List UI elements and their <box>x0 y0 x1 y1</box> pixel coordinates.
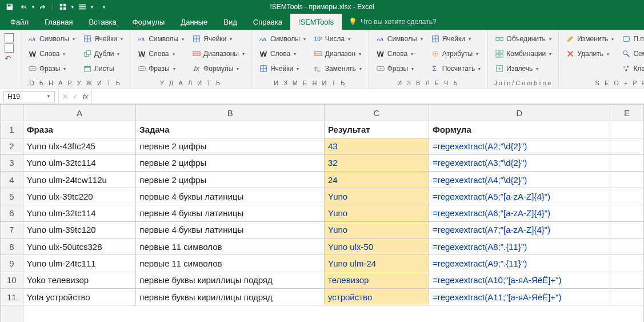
chevron-down-icon[interactable]: ▾ <box>478 66 481 71</box>
chevron-down-icon[interactable]: ▾ <box>242 51 245 57</box>
cell[interactable]: Фраза <box>23 121 136 138</box>
ribbon-button[interactable]: Диапазоны▾ <box>190 47 247 61</box>
ribbon-button[interactable]: abacЗаменить▾ <box>311 62 364 75</box>
chevron-down-icon[interactable]: ▾ <box>121 37 123 42</box>
cell[interactable] <box>610 205 643 221</box>
undo-icon[interactable]: ↶ <box>5 54 14 63</box>
ribbon-button[interactable]: Листы <box>81 62 125 75</box>
cell[interactable]: =regexextract(A9;".{11}") <box>429 255 610 272</box>
redo-icon[interactable] <box>38 2 48 12</box>
cell[interactable]: Результат <box>324 121 429 138</box>
ribbon-button[interactable]: Ячейки▾ <box>190 32 247 46</box>
cell[interactable] <box>610 188 643 205</box>
ribbon-button[interactable]: WСлова▾ <box>26 47 77 61</box>
cell[interactable]: Yuno ulx-50utcs328 <box>23 238 136 255</box>
ribbon-button[interactable]: П.подсказки▾ <box>619 32 644 46</box>
tab-данные[interactable]: Данные <box>173 14 215 30</box>
cell[interactable]: =regexextract(A2;"\d{2}") <box>429 138 610 154</box>
ribbon-button[interactable]: WСлова▾ <box>135 47 186 61</box>
cell[interactable]: первые буквы кириллицы подряд <box>136 272 325 288</box>
ribbon-button[interactable]: Фразы▾ <box>135 62 186 75</box>
row-header[interactable]: 11 <box>1 288 23 305</box>
ribbon-button[interactable]: Объединить▾ <box>493 32 554 46</box>
cell[interactable]: первые 11 символов <box>136 238 325 255</box>
ribbon-button[interactable]: Ячейки▾ <box>257 62 308 75</box>
select-all-corner[interactable] <box>1 105 23 121</box>
chevron-down-icon[interactable]: ▾ <box>73 37 75 42</box>
chevron-down-icon[interactable]: ▾ <box>182 37 184 42</box>
ribbon-button[interactable]: ΣПосчитать▾ <box>429 62 483 75</box>
tab-файл[interactable]: Файл <box>2 14 37 30</box>
accept-icon[interactable]: ✓ <box>73 93 78 101</box>
chevron-down-icon[interactable]: ▾ <box>411 51 413 57</box>
row-header[interactable]: 7 <box>1 221 23 238</box>
chevron-down-icon[interactable]: ▾ <box>359 51 361 57</box>
cell[interactable]: Yuno ulm-39tc120 <box>23 221 136 238</box>
chevron-down-icon[interactable]: ▾ <box>411 66 414 71</box>
ribbon-button[interactable]: WСлова▾ <box>257 47 308 61</box>
ribbon-button[interactable]: Комбинации▾ <box>493 47 554 61</box>
chevron-down-icon[interactable]: ▾ <box>63 66 66 71</box>
cell[interactable]: первые 4 буквы латиницы <box>136 188 325 205</box>
cell[interactable]: =regexextract(A8;".{11}") <box>429 238 610 255</box>
cell[interactable]: Yuno ulx-43ftc245 <box>23 138 136 154</box>
qat-btn-1[interactable] <box>58 2 68 12</box>
row-header[interactable]: 2 <box>1 138 23 154</box>
row-header[interactable]: 9 <box>1 255 23 272</box>
undo-icon[interactable] <box>18 2 29 12</box>
cell[interactable] <box>610 172 643 188</box>
checkbox-icon[interactable] <box>5 43 14 53</box>
chevron-down-icon[interactable]: ▾ <box>230 37 232 42</box>
cell[interactable] <box>610 238 643 255</box>
ribbon-button[interactable]: Извлечь▾ <box>493 62 554 75</box>
cell[interactable]: =regexextract(A11;"[а-яА-ЯёЁ]+") <box>429 288 610 305</box>
ribbon-button[interactable]: 10²Числа▾ <box>311 32 364 46</box>
chevron-down-icon[interactable]: ▾ <box>549 37 551 42</box>
cell[interactable]: первые 11 символов <box>136 255 325 272</box>
tab-вид[interactable]: Вид <box>215 14 245 30</box>
ribbon-button[interactable]: AaСимволы▾ <box>257 32 308 46</box>
cell[interactable] <box>610 255 643 272</box>
cell[interactable]: Задача <box>136 121 325 138</box>
cell[interactable]: Yuno <box>324 205 429 221</box>
cell[interactable]: =regexextract(A7;"[a-zA-Z]{4}") <box>429 221 610 238</box>
cell[interactable]: первые 4 буквы латиницы <box>136 205 325 221</box>
row-header[interactable]: 5 <box>1 188 23 205</box>
tab-справка[interactable]: Справка <box>245 14 290 30</box>
cell[interactable] <box>610 138 643 154</box>
chevron-down-icon[interactable]: ▾ <box>536 66 538 71</box>
cell[interactable]: Yota устройство <box>23 288 136 305</box>
cell[interactable] <box>610 221 643 238</box>
cell[interactable]: Yuno ulm-32tc114 <box>23 205 136 221</box>
ribbon-button[interactable]: Ячейки▾ <box>81 32 125 46</box>
cell[interactable]: Yuno <box>324 221 429 238</box>
cell[interactable]: телевизор <box>324 272 429 288</box>
chevron-down-icon[interactable]: ▾ <box>607 51 609 57</box>
col-header[interactable]: E <box>610 105 643 121</box>
tab-главная[interactable]: Главная <box>37 14 81 30</box>
tab-вставка[interactable]: Вставка <box>81 14 124 30</box>
cell[interactable]: 24 <box>324 172 429 188</box>
cell[interactable]: Yuno ulm-24tcw112u <box>23 172 136 188</box>
cell[interactable]: первые 4 буквы латиницы <box>136 221 325 238</box>
cell[interactable] <box>610 121 643 138</box>
cell[interactable]: Yuno ulx-39tc220 <box>23 188 136 205</box>
cell[interactable] <box>610 288 643 305</box>
cell[interactable]: =regexextract(A5;"[a-zA-Z]{4}") <box>429 188 610 205</box>
row-header[interactable]: 4 <box>1 172 23 188</box>
chevron-down-icon[interactable]: ▾ <box>421 37 423 42</box>
cancel-icon[interactable]: ✕ <box>62 93 68 101</box>
col-header[interactable]: C <box>324 105 429 121</box>
cell[interactable]: устройство <box>324 288 429 305</box>
row-header[interactable]: 1 <box>1 121 23 138</box>
cell[interactable]: Формула <box>429 121 610 138</box>
ribbon-button[interactable]: AaСимволы▾ <box>135 32 186 46</box>
cells-grid[interactable]: ABCDE1ФразаЗадачаРезультатФормула2Yuno u… <box>0 104 644 322</box>
cell[interactable]: =regexextract(A10;"[а-яА-ЯёЁ]+") <box>429 272 610 288</box>
tab-!semtools[interactable]: !SEMTools <box>290 14 342 30</box>
cell[interactable]: первые 2 цифры <box>136 154 325 171</box>
cell[interactable]: Yuno ulm-32tc114 <box>23 154 136 171</box>
ribbon-button[interactable]: Диапазон▾ <box>311 47 364 61</box>
col-header[interactable]: B <box>136 105 325 121</box>
ribbon-button[interactable]: Удалить▾ <box>563 47 616 61</box>
